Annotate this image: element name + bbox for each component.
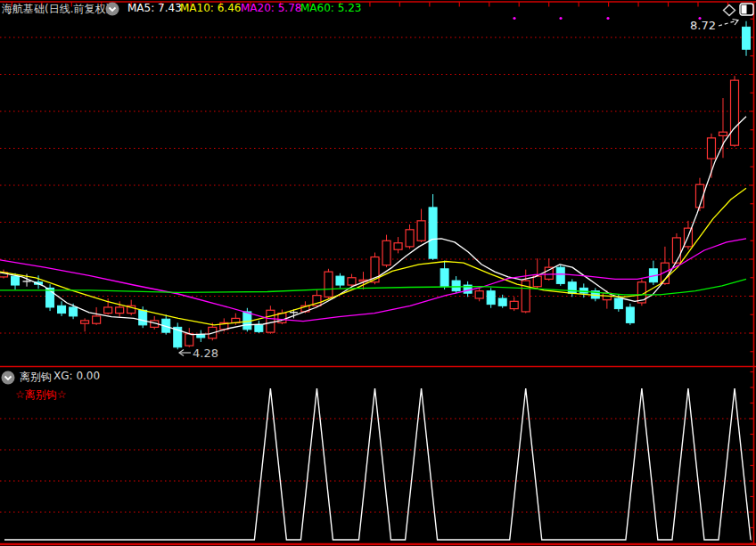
chart-header: 海航基础(日线.前复权) MA5: 7.43 MA10: 6.46 MA20: … bbox=[0, 0, 756, 16]
ma-lines bbox=[0, 117, 746, 335]
marked-low-price-label: 4.28 bbox=[193, 346, 218, 360]
ma10-label: MA10: 6.46 bbox=[180, 2, 241, 14]
price-chart-canvas[interactable]: 8.724.28 bbox=[0, 0, 756, 546]
ma-line-MA5 bbox=[0, 117, 746, 335]
indicator-chevron-down-icon[interactable] bbox=[1, 371, 15, 385]
indicator-star-label: ☆离别钩☆ bbox=[15, 387, 67, 403]
indicator-xg-value: XG: 0.00 bbox=[53, 370, 100, 382]
price-annotations: 8.724.28 bbox=[179, 19, 738, 360]
ma60-label: MA60: 5.23 bbox=[300, 2, 361, 14]
indicator-name-label: 离别钩 bbox=[20, 370, 52, 385]
magenta-dots bbox=[513, 17, 701, 20]
signal-spikes bbox=[4, 388, 751, 540]
last-high-price-label: 8.72 bbox=[690, 19, 716, 32]
ma20-label: MA20: 5.78 bbox=[241, 2, 301, 14]
chevron-down-icon[interactable] bbox=[105, 2, 119, 16]
panel-toggle-icon[interactable] bbox=[739, 3, 754, 16]
ma5-label: MA5: 7.43 bbox=[127, 2, 182, 14]
trading-app-window: 8.724.28 海航基础(日线.前复权) MA5: 7.43 MA10: 6.… bbox=[0, 0, 756, 546]
symbol-title: 海航基础(日线.前复权) bbox=[2, 2, 110, 17]
diamond-marker-icon[interactable] bbox=[722, 4, 736, 17]
